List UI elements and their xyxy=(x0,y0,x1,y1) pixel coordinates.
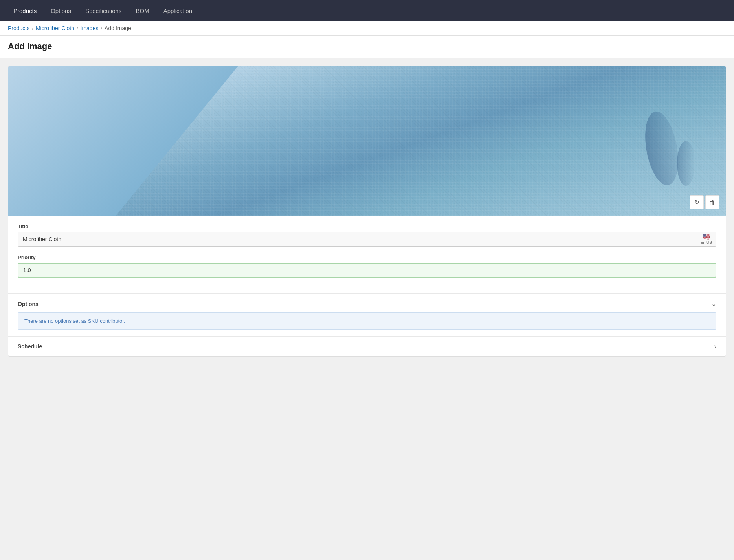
priority-label: Priority xyxy=(18,254,716,260)
refresh-icon: ↻ xyxy=(694,199,699,206)
flag-icon: 🇺🇸 xyxy=(703,234,710,240)
breadcrumb-sep-3: / xyxy=(101,26,102,31)
nav-bom[interactable]: BOM xyxy=(128,1,156,22)
options-title: Options xyxy=(18,301,39,307)
priority-form-group: Priority xyxy=(18,254,716,278)
main-content: ↻ 🗑 Title 🇺🇸 en-US xyxy=(0,58,734,364)
refresh-image-button[interactable]: ↻ xyxy=(690,195,704,209)
cloth-fold-2 xyxy=(677,141,695,186)
nav-specifications[interactable]: Specifications xyxy=(78,1,129,22)
cloth-shape xyxy=(116,66,726,216)
breadcrumb-microfiber-cloth[interactable]: Microfiber Cloth xyxy=(36,25,74,31)
title-input[interactable] xyxy=(18,232,697,246)
breadcrumb-current: Add Image xyxy=(105,25,131,31)
nav-products[interactable]: Products xyxy=(6,1,44,22)
breadcrumb-sep-1: / xyxy=(32,26,33,31)
cloth-visual xyxy=(8,66,726,216)
locale-badge[interactable]: 🇺🇸 en-US xyxy=(697,232,716,246)
options-empty-message: There are no options set as SKU contribu… xyxy=(18,312,716,330)
form-section: Title 🇺🇸 en-US Priority xyxy=(8,216,726,293)
schedule-title: Schedule xyxy=(18,343,42,350)
navbar: Products Options Specifications BOM Appl… xyxy=(0,0,734,21)
schedule-header[interactable]: Schedule › xyxy=(18,343,716,350)
locale-label: en-US xyxy=(701,240,712,245)
chevron-down-icon: ⌄ xyxy=(711,300,716,307)
image-container: ↻ 🗑 xyxy=(8,66,726,216)
content-card: ↻ 🗑 Title 🇺🇸 en-US xyxy=(8,66,726,357)
chevron-right-icon: › xyxy=(714,343,716,350)
priority-input[interactable] xyxy=(18,263,716,278)
nav-options[interactable]: Options xyxy=(44,1,78,22)
options-section: Options ⌄ There are no options set as SK… xyxy=(8,293,726,336)
image-actions: ↻ 🗑 xyxy=(690,195,719,209)
breadcrumb-products[interactable]: Products xyxy=(8,25,29,31)
delete-image-button[interactable]: 🗑 xyxy=(705,195,719,209)
page-title: Add Image xyxy=(8,41,726,51)
options-body: There are no options set as SKU contribu… xyxy=(18,312,716,330)
cloth-texture xyxy=(116,66,726,216)
nav-application[interactable]: Application xyxy=(156,1,199,22)
page-header: Add Image xyxy=(0,36,734,58)
title-form-group: Title 🇺🇸 en-US xyxy=(18,223,716,247)
breadcrumb: Products / Microfiber Cloth / Images / A… xyxy=(0,21,734,36)
breadcrumb-sep-2: / xyxy=(77,26,78,31)
trash-icon: 🗑 xyxy=(710,199,716,206)
schedule-section: Schedule › xyxy=(8,336,726,356)
title-field-wrapper: 🇺🇸 en-US xyxy=(18,232,716,247)
options-header[interactable]: Options ⌄ xyxy=(18,300,716,307)
breadcrumb-images[interactable]: Images xyxy=(81,25,99,31)
title-label: Title xyxy=(18,223,716,229)
product-image xyxy=(8,66,726,216)
